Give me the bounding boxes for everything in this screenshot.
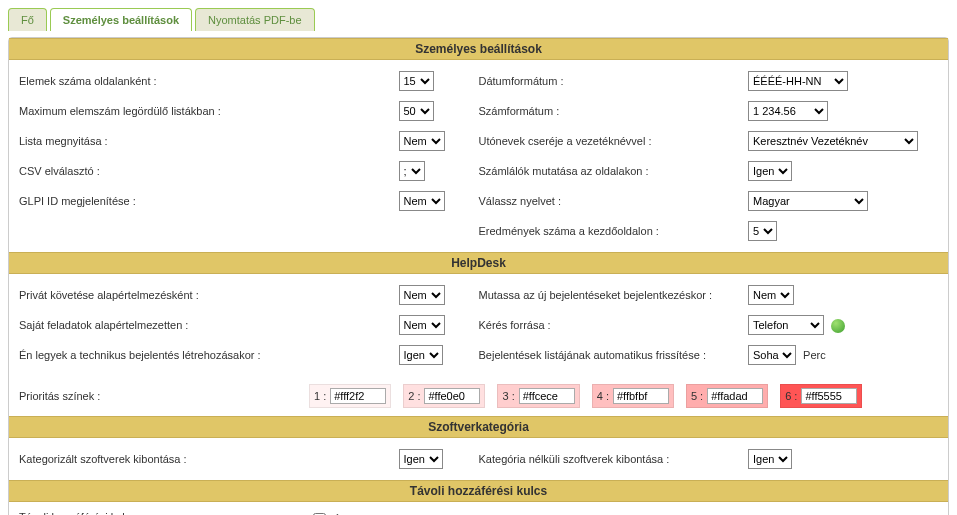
label-own-tasks: Saját feladatok alapértelmezetten : <box>19 319 399 331</box>
section-helpdesk-header: HelpDesk <box>9 252 948 274</box>
priority-items: 1 :2 :3 :4 :5 :6 : <box>309 384 862 408</box>
label-counters: Számlálók mutatása az oldalakon : <box>479 165 749 177</box>
label-show-new: Mutassa az új bejelentéseket bejelentkez… <box>479 289 749 301</box>
refresh-icon[interactable] <box>831 319 845 333</box>
priority-color-input-5[interactable] <box>707 388 763 404</box>
tab-print[interactable]: Nyomtatás PDF-be <box>195 8 315 31</box>
priority-item-5: 5 : <box>686 384 768 408</box>
select-req-src[interactable]: Telefon <box>748 315 824 335</box>
label-req-src: Kérés forrása : <box>479 319 749 331</box>
label-name-swap: Utónevek cseréje a vezetéknévvel : <box>479 135 749 147</box>
select-cat-expand[interactable]: Igen <box>399 449 443 469</box>
label-be-tech: Én legyek a technikus bejelentés létreho… <box>19 349 399 361</box>
label-cat-expand: Kategorizált szoftverek kibontása : <box>19 453 399 465</box>
select-items-per-page[interactable]: 15 <box>399 71 434 91</box>
select-own-tasks[interactable]: Nem <box>399 315 445 335</box>
label-items-per-page: Elemek száma oldalanként : <box>19 75 399 87</box>
select-csv-sep[interactable]: ; <box>399 161 425 181</box>
label-results-home: Eredmények száma a kezdőoldalon : <box>479 225 749 237</box>
select-results-home[interactable]: 5 <box>748 221 777 241</box>
priority-num: 6 : <box>785 390 797 402</box>
select-private-follow[interactable]: Nem <box>399 285 445 305</box>
priority-item-6: 6 : <box>780 384 862 408</box>
priority-num: 3 : <box>502 390 514 402</box>
label-nocat-expand: Kategória nélküli szoftverek kibontása : <box>479 453 749 465</box>
priority-color-input-1[interactable] <box>330 388 386 404</box>
select-language[interactable]: Magyar <box>748 191 868 211</box>
tab-main[interactable]: Fő <box>8 8 47 31</box>
select-max-dropdown[interactable]: 50 <box>399 101 434 121</box>
section-personal-header: Személyes beállítások <box>9 38 948 60</box>
priority-color-input-3[interactable] <box>519 388 575 404</box>
tab-personal[interactable]: Személyes beállítások <box>50 8 192 31</box>
label-open-list: Lista megnyitása : <box>19 135 399 147</box>
auto-refresh-unit: Perc <box>803 349 826 361</box>
remote-key-label: Távoli hozzáférési kulcs : (létrehozva 2… <box>19 510 309 515</box>
label-max-dropdown: Maximum elemszám legördülő listákban : <box>19 105 399 117</box>
priority-color-input-4[interactable] <box>613 388 669 404</box>
priority-color-input-2[interactable] <box>424 388 480 404</box>
select-nocat-expand[interactable]: Igen <box>748 449 792 469</box>
priority-item-4: 4 : <box>592 384 674 408</box>
label-num-fmt: Számformátum : <box>479 105 749 117</box>
select-auto-refresh[interactable]: Soha <box>748 345 796 365</box>
label-private-follow: Privát követése alapértelmezésként : <box>19 289 399 301</box>
section-remote-header: Távoli hozzáférési kulcs <box>9 480 948 502</box>
priority-item-1: 1 : <box>309 384 391 408</box>
label-csv-sep: CSV elválasztó : <box>19 165 399 177</box>
select-be-tech[interactable]: Igen <box>399 345 443 365</box>
label-date-fmt: Dátumformátum : <box>479 75 749 87</box>
priority-num: 1 : <box>314 390 326 402</box>
select-open-list[interactable]: Nem <box>399 131 445 151</box>
section-software-header: Szoftverkategória <box>9 416 948 438</box>
priority-num: 4 : <box>597 390 609 402</box>
label-priority-colors: Prioritás színek : <box>19 390 309 402</box>
select-name-swap[interactable]: Keresztnév Vezetéknév <box>748 131 918 151</box>
priority-num: 2 : <box>408 390 420 402</box>
select-date-fmt[interactable]: ÉÉÉÉ-HH-NN <box>748 71 848 91</box>
select-counters[interactable]: Igen <box>748 161 792 181</box>
settings-panel: Személyes beállítások Elemek száma oldal… <box>8 37 949 515</box>
priority-num: 5 : <box>691 390 703 402</box>
label-language: Válassz nyelvet : <box>479 195 749 207</box>
priority-item-2: 2 : <box>403 384 485 408</box>
select-glpi-id[interactable]: Nem <box>399 191 445 211</box>
priority-item-3: 3 : <box>497 384 579 408</box>
label-glpi-id: GLPI ID megjelenítése : <box>19 195 399 207</box>
label-auto-refresh: Bejelentések listájának automatikus fris… <box>479 349 749 361</box>
priority-color-input-6[interactable] <box>801 388 857 404</box>
select-show-new[interactable]: Nem <box>748 285 794 305</box>
select-num-fmt[interactable]: 1 234.56 <box>748 101 828 121</box>
tabs: Fő Személyes beállítások Nyomtatás PDF-b… <box>8 8 949 31</box>
